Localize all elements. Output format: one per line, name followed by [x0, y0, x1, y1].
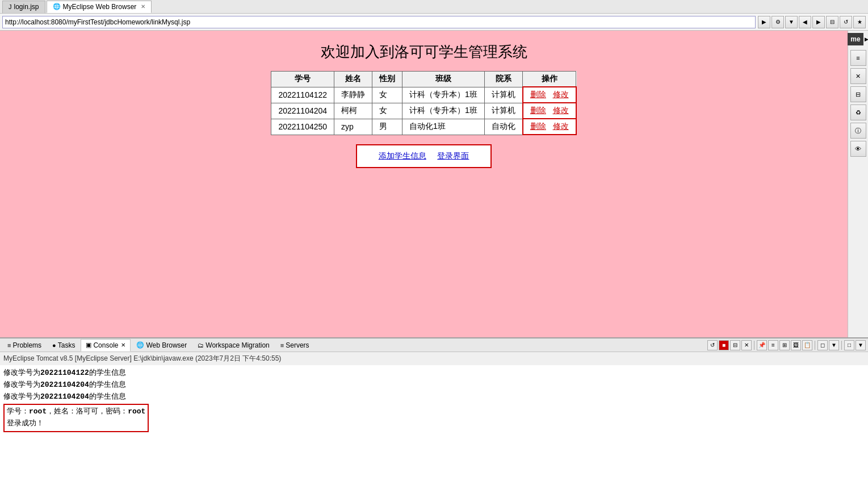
- links-box: 添加学生信息 登录界面: [356, 144, 492, 168]
- servers-icon: ≡: [280, 342, 284, 349]
- tab-login-icon: J: [9, 3, 12, 10]
- dropdown-button[interactable]: ▼: [785, 16, 798, 28]
- console-filter-btn[interactable]: ≡: [768, 340, 778, 350]
- bottom-links: 添加学生信息 登录界面: [11, 144, 836, 168]
- console-highlight-box: 学号：root，姓名：洛可可，密码：root登录成功！: [3, 404, 149, 432]
- console-refresh-btn[interactable]: ↺: [707, 340, 718, 350]
- delete-link-2[interactable]: 删除: [530, 122, 546, 131]
- console-header: MyEclipse Tomcat v8.5 [MyEclipse Server]…: [0, 352, 868, 365]
- cell-gender-2: 男: [372, 119, 402, 135]
- tasks-icon: ●: [52, 342, 56, 349]
- add-student-link[interactable]: 添加学生信息: [379, 151, 426, 160]
- cell-id-1: 20221104204: [271, 103, 334, 119]
- tab-bar: J login.jsp 🌐 MyEclipse Web Browser ✕: [0, 0, 868, 14]
- run-button[interactable]: ▶: [758, 16, 770, 28]
- bookmark-button[interactable]: ★: [853, 16, 866, 28]
- console-icon: ▣: [86, 341, 91, 349]
- edit-link-1[interactable]: 修改: [553, 106, 569, 115]
- back-button[interactable]: ◀: [799, 16, 811, 28]
- bottom-tab-webbrowser[interactable]: 🌐 Web Browser: [131, 339, 192, 352]
- edit-link-0[interactable]: 修改: [553, 90, 569, 99]
- me-badge: me: [848, 33, 863, 45]
- settings-button[interactable]: ⚙: [771, 16, 784, 28]
- sidebar-expand-icon[interactable]: ▶: [865, 36, 868, 42]
- tab-browser[interactable]: 🌐 MyEclipse Web Browser ✕: [47, 1, 152, 13]
- sidebar-eye-button[interactable]: 👁: [850, 141, 866, 157]
- sidebar-refresh-button[interactable]: ♻: [850, 104, 866, 120]
- cell-dept-2: 自动化: [484, 119, 523, 135]
- bottom-tab-problems[interactable]: ≡ Problems: [2, 339, 47, 352]
- console-pin-btn[interactable]: 📌: [757, 340, 767, 350]
- sidebar-tools-button[interactable]: ✕: [850, 68, 866, 84]
- console-stop-btn[interactable]: ■: [719, 340, 729, 350]
- cell-action-0: 删除 修改: [523, 87, 576, 103]
- bottom-tab-tasks[interactable]: ● Tasks: [47, 339, 80, 352]
- student-table: 学号 姓名 性别 班级 院系 操作 20221104122 李静静 女 计科（专…: [271, 71, 576, 135]
- sidebar-info-button[interactable]: ⓘ: [850, 123, 866, 139]
- address-input[interactable]: [2, 16, 756, 28]
- separator3: [841, 341, 842, 350]
- delete-link-1[interactable]: 删除: [530, 106, 546, 115]
- cell-name-2: zyp: [334, 119, 372, 135]
- console-line: 修改学号为20221104204的学生信息: [3, 379, 865, 391]
- refresh-button[interactable]: ↺: [840, 16, 852, 28]
- address-bar: ▶ ⚙ ▼ ◀ ▶ ⊟ ↺ ★: [0, 14, 868, 31]
- console-extra-btn[interactable]: 📋: [802, 340, 812, 350]
- tab-browser-icon: 🌐: [53, 3, 61, 10]
- cell-name-0: 李静静: [334, 87, 372, 103]
- page-title: 欢迎加入到洛可可学生管理系统: [11, 42, 836, 62]
- bottom-tab-servers[interactable]: ≡ Servers: [275, 339, 315, 352]
- cell-class-0: 计科（专升本）1班: [402, 87, 485, 103]
- cell-gender-0: 女: [372, 87, 402, 103]
- tab-login[interactable]: J login.jsp: [2, 1, 45, 13]
- console-clear-btn[interactable]: ✕: [741, 340, 752, 350]
- bottom-panel: ≡ Problems ● Tasks ▣ Console ✕ 🌐 Web Bro…: [0, 337, 868, 485]
- col-header-id: 学号: [271, 72, 334, 87]
- cell-dept-0: 计算机: [484, 87, 523, 103]
- bottom-tabs: ≡ Problems ● Tasks ▣ Console ✕ 🌐 Web Bro…: [0, 338, 868, 352]
- col-header-class: 班级: [402, 72, 485, 87]
- login-link[interactable]: 登录界面: [437, 151, 469, 160]
- table-row: 20221104250 zyp 男 自动化1班 自动化 删除 修改: [271, 119, 576, 135]
- cell-action-2: 删除 修改: [523, 119, 576, 135]
- table-header-row: 学号 姓名 性别 班级 院系 操作: [271, 72, 576, 87]
- main-area: 欢迎加入到洛可可学生管理系统 学号 姓名 性别 班级 院系 操作 2022110…: [0, 31, 868, 337]
- col-header-dept: 院系: [484, 72, 523, 87]
- sidebar-screen-button[interactable]: ⊟: [850, 86, 866, 102]
- col-header-gender: 性别: [372, 72, 402, 87]
- console-tab-close[interactable]: ✕: [121, 342, 125, 348]
- console-toolbar: ↺ ■ ⊟ ✕ 📌 ≡ ⊞ 🖼 📋 ◻ ▼ □ ▼: [707, 340, 866, 350]
- tab-close-icon[interactable]: ✕: [141, 3, 145, 10]
- forward-button[interactable]: ▶: [812, 16, 825, 28]
- console-copy-btn[interactable]: ⊟: [730, 340, 740, 350]
- console-content: 修改学号为20221104122的学生信息修改学号为20221104204的学生…: [0, 365, 868, 485]
- cell-dept-1: 计算机: [484, 103, 523, 119]
- tab-login-label: login.jsp: [14, 3, 39, 11]
- console-highlight-line: 学号：root，姓名：洛可可，密码：root: [7, 406, 145, 418]
- console-maximize-btn[interactable]: □: [844, 340, 854, 350]
- bottom-tab-console[interactable]: ▣ Console ✕: [81, 339, 131, 352]
- edit-link-2[interactable]: 修改: [553, 122, 569, 131]
- col-header-name: 姓名: [334, 72, 372, 87]
- cell-gender-1: 女: [372, 103, 402, 119]
- delete-link-0[interactable]: 删除: [530, 90, 546, 99]
- workspace-icon: 🗂: [198, 342, 204, 349]
- bottom-tab-workspace[interactable]: 🗂 Workspace Migration: [192, 339, 275, 352]
- nav-buttons: ▶ ⚙ ▼ ◀ ▶ ⊟ ↺ ★: [758, 16, 866, 28]
- tab-browser-label: MyEclipse Web Browser: [63, 3, 137, 11]
- col-header-action: 操作: [523, 72, 576, 87]
- stop-button[interactable]: ⊟: [826, 16, 838, 28]
- console-expand-btn[interactable]: ◻: [817, 340, 828, 350]
- right-sidebar: me ▶ ≡ ✕ ⊟ ♻ ⓘ 👁: [848, 31, 868, 337]
- sidebar-menu-button[interactable]: ≡: [850, 50, 866, 66]
- console-img-btn[interactable]: 🖼: [791, 340, 801, 350]
- cell-class-1: 计科（专升本）1班: [402, 103, 485, 119]
- separator2: [815, 341, 815, 350]
- console-dropdown-btn[interactable]: ▼: [829, 340, 839, 350]
- webbrowser-icon: 🌐: [136, 341, 144, 349]
- console-line: 修改学号为20221104122的学生信息: [3, 367, 865, 379]
- console-minimize-btn[interactable]: ▼: [856, 340, 866, 350]
- console-line: 修改学号为20221104204的学生信息: [3, 391, 865, 403]
- console-debug-btn[interactable]: ⊞: [779, 340, 790, 350]
- console-highlight-line: 登录成功！: [7, 418, 145, 430]
